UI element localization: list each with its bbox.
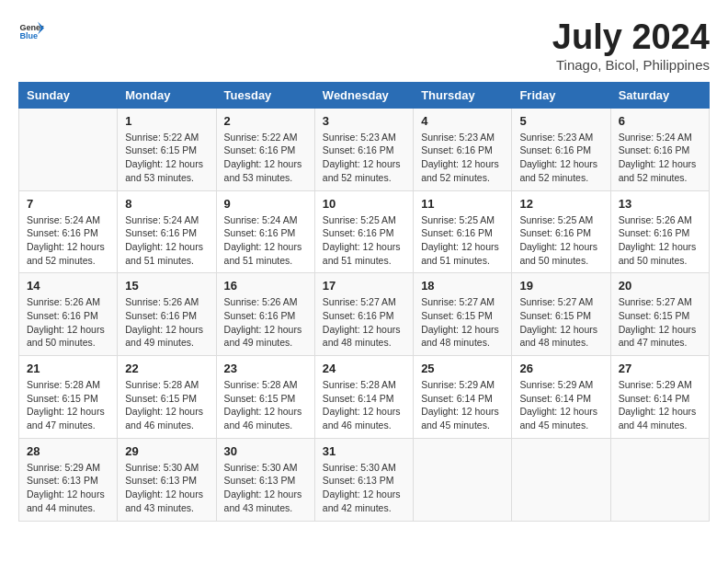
week-row-5: 28Sunrise: 5:29 AM Sunset: 6:13 PM Dayli… <box>19 438 710 521</box>
day-info: Sunrise: 5:29 AM Sunset: 6:14 PM Dayligh… <box>421 378 504 432</box>
day-info: Sunrise: 5:22 AM Sunset: 6:16 PM Dayligh… <box>224 131 307 185</box>
calendar-cell: 19Sunrise: 5:27 AM Sunset: 6:15 PM Dayli… <box>512 273 610 356</box>
calendar-cell: 5Sunrise: 5:23 AM Sunset: 6:16 PM Daylig… <box>512 108 610 190</box>
day-info: Sunrise: 5:25 AM Sunset: 6:16 PM Dayligh… <box>421 213 504 268</box>
day-info: Sunrise: 5:26 AM Sunset: 6:16 PM Dayligh… <box>224 295 307 350</box>
col-friday: Friday <box>512 82 610 108</box>
calendar-cell: 31Sunrise: 5:30 AM Sunset: 6:13 PM Dayli… <box>314 438 413 521</box>
day-number: 18 <box>421 279 504 293</box>
calendar-cell: 30Sunrise: 5:30 AM Sunset: 6:13 PM Dayli… <box>216 438 314 521</box>
calendar-cell: 4Sunrise: 5:23 AM Sunset: 6:16 PM Daylig… <box>414 108 512 190</box>
calendar-cell: 16Sunrise: 5:26 AM Sunset: 6:16 PM Dayli… <box>216 273 314 356</box>
col-saturday: Saturday <box>610 82 709 108</box>
day-info: Sunrise: 5:24 AM Sunset: 6:16 PM Dayligh… <box>125 213 208 268</box>
day-number: 7 <box>27 197 109 211</box>
calendar-cell: 22Sunrise: 5:28 AM Sunset: 6:15 PM Dayli… <box>118 356 216 439</box>
week-row-2: 7Sunrise: 5:24 AM Sunset: 6:16 PM Daylig… <box>19 190 710 273</box>
day-number: 1 <box>125 114 208 128</box>
day-info: Sunrise: 5:25 AM Sunset: 6:16 PM Dayligh… <box>519 213 602 268</box>
day-info: Sunrise: 5:27 AM Sunset: 6:15 PM Dayligh… <box>421 295 504 350</box>
day-number: 3 <box>323 114 405 128</box>
calendar-body: 1Sunrise: 5:22 AM Sunset: 6:15 PM Daylig… <box>19 108 710 521</box>
calendar-cell: 23Sunrise: 5:28 AM Sunset: 6:15 PM Dayli… <box>216 356 314 439</box>
day-number: 15 <box>125 279 208 293</box>
day-info: Sunrise: 5:27 AM Sunset: 6:16 PM Dayligh… <box>323 295 405 350</box>
day-info: Sunrise: 5:24 AM Sunset: 6:16 PM Dayligh… <box>224 213 307 268</box>
calendar-cell: 11Sunrise: 5:25 AM Sunset: 6:16 PM Dayli… <box>414 190 512 273</box>
calendar-cell: 3Sunrise: 5:23 AM Sunset: 6:16 PM Daylig… <box>314 108 413 190</box>
calendar-cell: 26Sunrise: 5:29 AM Sunset: 6:14 PM Dayli… <box>512 356 610 439</box>
calendar-cell: 21Sunrise: 5:28 AM Sunset: 6:15 PM Dayli… <box>19 356 118 439</box>
day-number: 31 <box>323 444 405 458</box>
calendar-cell: 8Sunrise: 5:24 AM Sunset: 6:16 PM Daylig… <box>118 190 216 273</box>
title-block: July 2024 Tinago, Bicol, Philippines <box>552 18 710 73</box>
calendar-cell <box>512 438 610 521</box>
calendar-cell: 13Sunrise: 5:26 AM Sunset: 6:16 PM Dayli… <box>610 190 709 273</box>
day-number: 22 <box>125 362 208 375</box>
calendar-cell: 6Sunrise: 5:24 AM Sunset: 6:16 PM Daylig… <box>610 108 709 190</box>
col-monday: Monday <box>118 82 216 108</box>
calendar-cell: 20Sunrise: 5:27 AM Sunset: 6:15 PM Dayli… <box>610 273 709 356</box>
calendar-cell <box>414 438 512 521</box>
calendar-cell: 1Sunrise: 5:22 AM Sunset: 6:15 PM Daylig… <box>118 108 216 190</box>
calendar-cell: 2Sunrise: 5:22 AM Sunset: 6:16 PM Daylig… <box>216 108 314 190</box>
day-number: 5 <box>519 114 602 128</box>
day-number: 12 <box>519 197 602 211</box>
day-info: Sunrise: 5:27 AM Sunset: 6:15 PM Dayligh… <box>519 295 602 350</box>
calendar-cell: 17Sunrise: 5:27 AM Sunset: 6:16 PM Dayli… <box>314 273 413 356</box>
calendar-cell: 25Sunrise: 5:29 AM Sunset: 6:14 PM Dayli… <box>414 356 512 439</box>
day-number: 20 <box>619 279 701 293</box>
day-number: 25 <box>421 362 504 375</box>
day-info: Sunrise: 5:25 AM Sunset: 6:16 PM Dayligh… <box>323 213 405 268</box>
col-thursday: Thursday <box>414 82 512 108</box>
day-info: Sunrise: 5:24 AM Sunset: 6:16 PM Dayligh… <box>27 213 109 268</box>
calendar-cell <box>610 438 709 521</box>
day-number: 6 <box>619 114 701 128</box>
day-number: 29 <box>125 444 208 458</box>
calendar-cell: 29Sunrise: 5:30 AM Sunset: 6:13 PM Dayli… <box>118 438 216 521</box>
calendar-header: Sunday Monday Tuesday Wednesday Thursday… <box>19 82 710 108</box>
calendar-title: July 2024 <box>552 18 710 57</box>
day-number: 10 <box>323 197 405 211</box>
day-info: Sunrise: 5:28 AM Sunset: 6:15 PM Dayligh… <box>125 378 208 432</box>
day-info: Sunrise: 5:30 AM Sunset: 6:13 PM Dayligh… <box>323 461 405 515</box>
day-info: Sunrise: 5:29 AM Sunset: 6:14 PM Dayligh… <box>519 378 602 432</box>
day-info: Sunrise: 5:23 AM Sunset: 6:16 PM Dayligh… <box>519 131 602 185</box>
day-info: Sunrise: 5:26 AM Sunset: 6:16 PM Dayligh… <box>125 295 208 350</box>
day-info: Sunrise: 5:28 AM Sunset: 6:15 PM Dayligh… <box>27 378 109 432</box>
day-info: Sunrise: 5:30 AM Sunset: 6:13 PM Dayligh… <box>125 461 208 515</box>
day-info: Sunrise: 5:24 AM Sunset: 6:16 PM Dayligh… <box>619 131 701 185</box>
day-number: 16 <box>224 279 307 293</box>
day-number: 17 <box>323 279 405 293</box>
col-wednesday: Wednesday <box>314 82 413 108</box>
calendar-cell <box>19 108 118 190</box>
day-number: 11 <box>421 197 504 211</box>
calendar-table: Sunday Monday Tuesday Wednesday Thursday… <box>18 82 710 522</box>
day-info: Sunrise: 5:27 AM Sunset: 6:15 PM Dayligh… <box>619 295 701 350</box>
header-row: Sunday Monday Tuesday Wednesday Thursday… <box>19 82 710 108</box>
col-sunday: Sunday <box>19 82 118 108</box>
day-number: 13 <box>619 197 701 211</box>
day-number: 2 <box>224 114 307 128</box>
day-info: Sunrise: 5:30 AM Sunset: 6:13 PM Dayligh… <box>224 461 307 515</box>
day-number: 28 <box>27 444 109 458</box>
day-info: Sunrise: 5:29 AM Sunset: 6:14 PM Dayligh… <box>619 378 701 432</box>
day-number: 8 <box>125 197 208 211</box>
day-number: 14 <box>27 279 109 293</box>
day-info: Sunrise: 5:28 AM Sunset: 6:14 PM Dayligh… <box>323 378 405 432</box>
day-info: Sunrise: 5:23 AM Sunset: 6:16 PM Dayligh… <box>421 131 504 185</box>
week-row-4: 21Sunrise: 5:28 AM Sunset: 6:15 PM Dayli… <box>19 356 710 439</box>
day-info: Sunrise: 5:29 AM Sunset: 6:13 PM Dayligh… <box>27 461 109 515</box>
day-info: Sunrise: 5:26 AM Sunset: 6:16 PM Dayligh… <box>619 213 701 268</box>
calendar-cell: 12Sunrise: 5:25 AM Sunset: 6:16 PM Dayli… <box>512 190 610 273</box>
calendar-cell: 9Sunrise: 5:24 AM Sunset: 6:16 PM Daylig… <box>216 190 314 273</box>
col-tuesday: Tuesday <box>216 82 314 108</box>
calendar-cell: 15Sunrise: 5:26 AM Sunset: 6:16 PM Dayli… <box>118 273 216 356</box>
calendar-subtitle: Tinago, Bicol, Philippines <box>552 57 710 73</box>
calendar-cell: 7Sunrise: 5:24 AM Sunset: 6:16 PM Daylig… <box>19 190 118 273</box>
day-number: 4 <box>421 114 504 128</box>
day-number: 9 <box>224 197 307 211</box>
week-row-1: 1Sunrise: 5:22 AM Sunset: 6:15 PM Daylig… <box>19 108 710 190</box>
day-number: 24 <box>323 362 405 375</box>
day-number: 19 <box>519 279 602 293</box>
